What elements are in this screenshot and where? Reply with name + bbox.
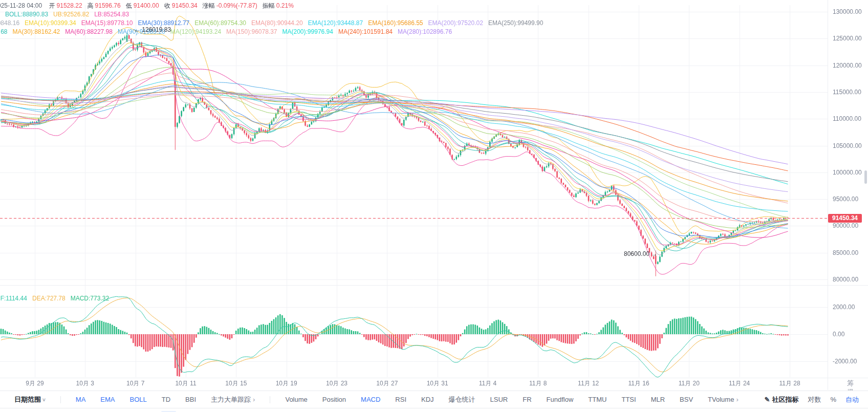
y-axis-label: 90000.00 <box>833 222 858 229</box>
x-axis-label: 11月 4 <box>479 379 496 388</box>
tab-ema[interactable]: EMA <box>100 396 115 403</box>
price-chart-canvas[interactable] <box>0 0 868 412</box>
y-axis-label: 85000.00 <box>833 249 858 256</box>
x-axis-label: 11月 8 <box>529 379 547 388</box>
chevron-right-icon: › <box>253 396 255 403</box>
x-axis-label: 10月 3 <box>76 379 94 388</box>
current-price-tag: 91450.34 <box>828 214 862 223</box>
auto-scale-toggle-label: 自动 <box>845 396 859 403</box>
tab-lsur[interactable]: LSUR <box>490 396 508 403</box>
xaxis-separator <box>0 378 868 378</box>
toolbar-divider <box>270 396 270 403</box>
edit-icon: ✎ <box>765 396 770 403</box>
tab-bsv[interactable]: BSV <box>680 396 693 403</box>
y-axis-label: 125000.00 <box>833 35 862 42</box>
macd-axis-label: 2000.00 <box>833 303 855 311</box>
y-axis-label: 115000.00 <box>833 89 861 96</box>
y-axis-label: 105000.00 <box>833 142 862 149</box>
price-axis-border <box>828 0 828 390</box>
percent-scale-toggle-label: % <box>830 396 836 403</box>
y-axis-label: 120000.00 <box>833 62 862 69</box>
auto-scale-toggle[interactable]: 自动 <box>845 396 859 403</box>
pane-separator <box>0 285 868 286</box>
tab-macd[interactable]: MACD <box>361 396 380 403</box>
toolbar-divider <box>60 396 61 403</box>
tab-td[interactable]: TD <box>162 396 170 403</box>
tab-ma[interactable]: MA <box>76 396 86 403</box>
tab-rsi[interactable]: RSI <box>395 396 406 403</box>
tab-liquidation-stats[interactable]: 爆仓统计 <box>449 396 475 403</box>
tab-position[interactable]: Position <box>322 396 346 403</box>
tab-boll[interactable]: BOLL <box>130 396 147 403</box>
low-price-annotation: 80600.00 → <box>624 250 657 257</box>
log-scale-toggle[interactable]: 对数 <box>808 396 821 403</box>
x-axis-label: 11月 16 <box>628 379 649 388</box>
tab-fundflow[interactable]: Fundflow <box>547 396 574 403</box>
x-axis-label: 11月 28 <box>779 379 800 388</box>
y-axis-label: 110000.00 <box>833 115 861 122</box>
y-axis-label: 80000.00 <box>833 276 858 283</box>
x-axis-label: 11月 24 <box>729 379 750 388</box>
y-axis-label: 95000.00 <box>833 196 858 203</box>
x-axis-label: 10月 7 <box>126 379 144 388</box>
chevron-down-icon: ˅ <box>42 397 46 403</box>
scrollbar-thumb[interactable] <box>864 170 867 184</box>
chevron-right-icon: › <box>736 396 738 403</box>
log-scale-toggle-label: 对数 <box>808 396 821 403</box>
x-axis-label: 10月 27 <box>376 379 398 388</box>
tab-ttsi[interactable]: TTSI <box>621 396 636 403</box>
date-range-menu[interactable]: 日期范围˅ <box>14 395 46 404</box>
y-axis-label: 100000.00 <box>833 169 862 176</box>
high-price-annotation: ← 126019.83 <box>134 26 171 33</box>
y-axis-label: 130000.00 <box>833 8 862 15</box>
community-indicators-button-label: 社区指标 <box>772 396 798 403</box>
tab-ttmu[interactable]: TTMU <box>588 396 606 403</box>
macd-axis-label: 0.00 <box>833 331 844 338</box>
percent-scale-toggle[interactable]: % <box>830 396 836 403</box>
tab-fr[interactable]: FR <box>523 396 531 403</box>
x-axis-label: 10月 19 <box>276 379 297 388</box>
tab-volume[interactable]: Volume <box>285 396 307 403</box>
x-axis-label: 10月 31 <box>427 379 448 388</box>
tab-whale-orders[interactable]: 主力大单跟踪› <box>211 396 255 403</box>
macd-axis-label: -2000.00 <box>833 358 857 365</box>
chips-toggle[interactable]: 筹 <box>847 379 854 387</box>
interval-row: 15分30分45分分时1时2时4时1日2日3日周K月K <box>0 409 868 412</box>
x-axis-label: 9月 29 <box>26 379 44 388</box>
community-indicators-button[interactable]: ✎社区指标 <box>765 396 799 403</box>
x-axis-label: 10月 11 <box>175 379 196 388</box>
tab-bbi[interactable]: BBI <box>185 396 196 403</box>
x-axis-label: 11月 20 <box>679 379 700 388</box>
tab-kdj[interactable]: KDJ <box>421 396 434 403</box>
x-axis-label: 10月 15 <box>225 379 247 388</box>
tab-tvolume[interactable]: TVolume› <box>708 396 739 403</box>
x-axis-label: 11月 12 <box>578 379 599 388</box>
tab-mlr[interactable]: MLR <box>651 396 665 403</box>
x-axis-label: 10月 23 <box>326 379 348 388</box>
indicator-toolbar: 日期范围˅ MAEMABOLLTDBBI主力大单跟踪› VolumePositi… <box>0 391 868 408</box>
